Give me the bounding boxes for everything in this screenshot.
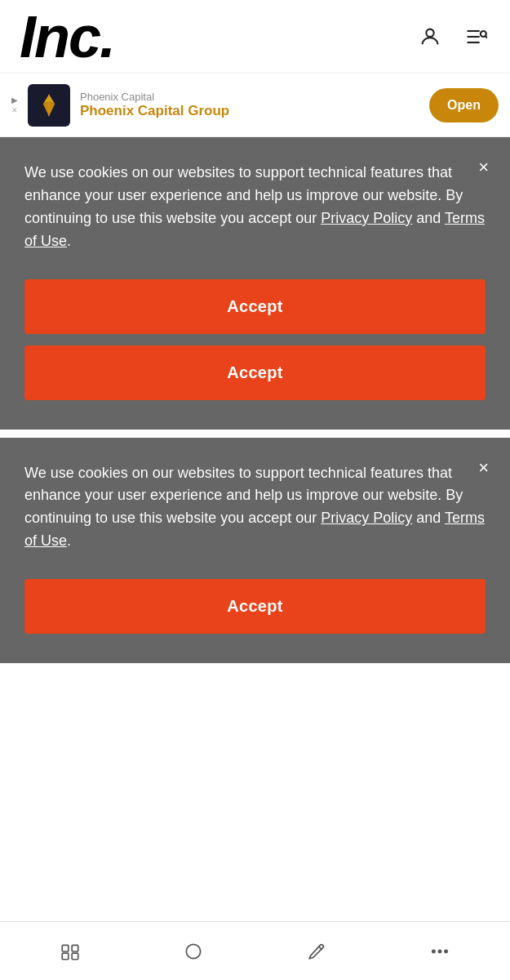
nav-edit[interactable] [293,934,340,969]
cookie-banner-2: × We use cookies on our websites to supp… [0,438,510,664]
nav-home[interactable] [170,934,217,969]
ad-company-name: Phoenix Capital Group [80,103,419,119]
svg-rect-13 [72,953,78,960]
privacy-policy-link-1[interactable]: Privacy Policy [321,210,412,226]
ad-logo [28,84,70,127]
inc-logo: Inc. [20,7,114,66]
svg-rect-10 [62,945,69,951]
accept-button-2a[interactable]: Accept [24,579,486,634]
cookie-banner-1: × We use cookies on our websites to supp… [0,137,510,430]
svg-rect-11 [72,945,78,951]
close-icon-2: × [478,457,489,478]
svg-rect-12 [62,953,69,960]
nav-more[interactable] [416,934,463,969]
ad-text: Phoenix Capital Phoenix Capital Group [80,91,419,119]
privacy-policy-link-2[interactable]: Privacy Policy [321,510,412,526]
ad-company-sub: Phoenix Capital [80,91,419,103]
menu-search-icon[interactable] [461,22,490,51]
svg-point-16 [432,950,435,952]
header-icons [415,22,490,51]
svg-point-18 [445,950,447,952]
account-icon[interactable] [415,22,445,51]
cookie-text-1: We use cookies on our websites to suppor… [24,162,486,253]
bottom-nav [0,921,510,980]
ad-arrow: ▶ ✕ [11,96,18,114]
svg-point-4 [481,31,486,37]
ad-open-button[interactable]: Open [429,88,499,122]
cookie-close-button-1[interactable]: × [475,155,492,180]
cookie-text-2: We use cookies on our websites to suppor… [24,462,486,554]
header: Inc. [0,0,510,74]
cookie-close-button-2[interactable]: × [475,456,492,480]
ad-banner: ▶ ✕ Phoenix Capital Phoenix Capital Grou… [0,74,510,137]
svg-point-17 [439,950,441,952]
close-icon-1: × [478,157,489,177]
svg-point-14 [186,944,200,958]
svg-point-0 [426,29,433,36]
svg-line-15 [318,946,322,949]
svg-point-9 [47,97,51,101]
accept-button-1b[interactable]: Accept [24,345,486,400]
nav-menu[interactable] [47,934,94,969]
accept-button-1a[interactable]: Accept [24,279,486,334]
svg-line-5 [486,35,487,38]
